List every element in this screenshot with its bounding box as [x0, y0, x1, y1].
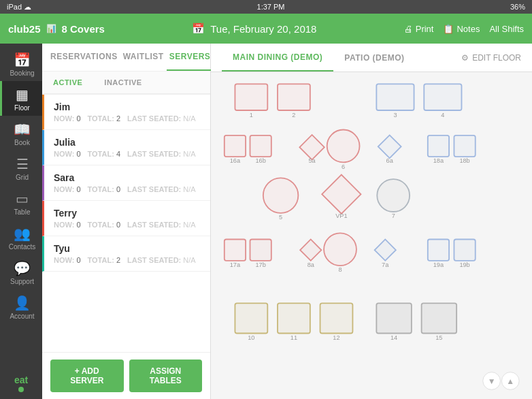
- svg-text:VP1: VP1: [335, 212, 347, 219]
- table-16b[interactable]: 16b: [250, 135, 271, 164]
- sidebar-label-account: Account: [10, 313, 34, 320]
- svg-text:3: 3: [393, 112, 397, 118]
- table-8a[interactable]: 8a: [300, 240, 321, 268]
- booking-icon: 📅: [14, 52, 31, 68]
- table-2[interactable]: 2: [278, 84, 310, 118]
- table-11[interactable]: 11: [278, 303, 310, 340]
- table-17a[interactable]: 17a: [225, 240, 246, 268]
- server-buttons: + ADD SERVER ASSIGN TABLES: [42, 352, 210, 399]
- tab-patio[interactable]: PATIO (DEMO): [333, 45, 415, 71]
- table-18a[interactable]: 18a: [428, 135, 449, 164]
- book-icon: 📖: [14, 121, 31, 138]
- header: club25 📊 8 Covers 📅 Tue, February 20, 20…: [0, 14, 532, 44]
- tab-servers[interactable]: SERVERS: [167, 44, 214, 71]
- svg-rect-6: [424, 84, 461, 110]
- print-icon: 🖨: [404, 24, 413, 34]
- total-label: TOTAL: 0: [88, 221, 121, 229]
- sidebar-item-account[interactable]: 👤 Account: [0, 289, 42, 324]
- support-icon: 💬: [14, 260, 31, 276]
- shifts-button[interactable]: All Shifts: [489, 24, 524, 34]
- svg-rect-32: [300, 240, 321, 261]
- table-1[interactable]: 1: [235, 84, 267, 118]
- svg-text:5: 5: [279, 214, 282, 221]
- sidebar-item-table[interactable]: ▭ Table: [0, 185, 42, 220]
- server-item-terry[interactable]: Terry NOW: 0 TOTAL: 0 LAST SEATED: N/A: [42, 201, 210, 236]
- tab-waitlist[interactable]: WAITLIST: [120, 44, 167, 71]
- table-8[interactable]: 8: [324, 233, 356, 273]
- table-16a[interactable]: 16a: [225, 135, 246, 164]
- table-18b[interactable]: 18b: [454, 135, 475, 164]
- server-name-jim: Jim: [54, 101, 201, 112]
- svg-text:18b: 18b: [459, 157, 469, 164]
- status-bar: iPad ☁ 1:37 PM 36%: [0, 0, 532, 14]
- server-item-julia[interactable]: Julia NOW: 0 TOTAL: 4 LAST SEATED: N/A: [42, 130, 210, 165]
- battery-level: 36%: [510, 3, 525, 11]
- now-label: NOW: 0: [54, 221, 81, 229]
- table-3[interactable]: 3: [376, 84, 414, 118]
- notes-button[interactable]: 📋 Notes: [443, 24, 480, 34]
- sidebar-item-contacts[interactable]: 👥 Contacts: [0, 220, 42, 255]
- sidebar-label-grid: Grid: [16, 174, 29, 181]
- table-5a[interactable]: 5a: [299, 135, 324, 164]
- svg-text:12: 12: [333, 334, 339, 341]
- now-label: NOW: 0: [54, 256, 81, 264]
- sidebar-item-booking[interactable]: 📅 Booking: [0, 46, 42, 81]
- server-item-sara[interactable]: Sara NOW: 0 TOTAL: 0 LAST SEATED: N/A: [42, 165, 210, 201]
- gear-icon: ⚙: [461, 53, 469, 63]
- now-label: NOW: 0: [54, 150, 81, 158]
- sidebar-item-support[interactable]: 💬 Support: [0, 255, 42, 289]
- sidebar-item-floor[interactable]: ▦ Floor: [0, 81, 42, 116]
- tab-inactive[interactable]: INACTIVE: [93, 71, 152, 93]
- tab-reservations[interactable]: RESERVATIONS: [48, 44, 120, 71]
- server-item-jim[interactable]: Jim NOW: 0 TOTAL: 2 LAST SEATED: N/A: [42, 95, 210, 130]
- table-12[interactable]: 12: [320, 303, 353, 340]
- table-6[interactable]: 6: [327, 130, 360, 170]
- print-button[interactable]: 🖨 Print: [404, 24, 434, 34]
- notes-icon: 📋: [443, 24, 454, 34]
- table-19a[interactable]: 19a: [428, 240, 449, 268]
- table-15[interactable]: 15: [422, 303, 457, 340]
- tab-active[interactable]: ACTIVE: [42, 71, 93, 93]
- svg-rect-18: [428, 135, 449, 157]
- sidebar-label-book: Book: [14, 139, 30, 146]
- svg-text:8: 8: [338, 266, 342, 273]
- floor-icon: ▦: [16, 86, 29, 103]
- svg-rect-40: [454, 240, 475, 261]
- table-7[interactable]: 7: [377, 179, 410, 219]
- edit-floor-button[interactable]: ⚙ EDIT FLOOR: [461, 53, 521, 63]
- sidebar-item-book[interactable]: 📖 Book: [0, 116, 42, 150]
- total-label: TOTAL: 2: [88, 256, 121, 264]
- scroll-up-button[interactable]: ▲: [501, 372, 519, 390]
- table-vp1[interactable]: VP1: [322, 175, 361, 220]
- sidebar-label-floor: Floor: [14, 104, 30, 112]
- table-6a[interactable]: 6a: [378, 135, 401, 164]
- table-5[interactable]: 5: [263, 178, 299, 221]
- svg-text:18a: 18a: [433, 157, 444, 164]
- svg-rect-12: [299, 135, 324, 159]
- scroll-down-button[interactable]: ▼: [483, 372, 501, 390]
- covers-icon: 📊: [46, 24, 56, 33]
- svg-rect-4: [376, 84, 414, 110]
- table-7a[interactable]: 7a: [375, 240, 396, 268]
- sidebar-item-grid[interactable]: ☰ Grid: [0, 150, 42, 185]
- table-19b[interactable]: 19b: [454, 240, 475, 268]
- add-server-button[interactable]: + ADD SERVER: [50, 360, 124, 392]
- covers-count: 8 Covers: [62, 23, 105, 35]
- svg-rect-36: [375, 240, 396, 261]
- server-stats-jim: NOW: 0 TOTAL: 2 LAST SEATED: N/A: [54, 114, 201, 123]
- tab-main-dining[interactable]: MAIN DINING (DEMO): [222, 44, 333, 71]
- sidebar-label-contacts: Contacts: [9, 243, 35, 251]
- svg-text:19b: 19b: [459, 261, 469, 268]
- svg-rect-28: [225, 240, 246, 261]
- table-17b[interactable]: 17b: [250, 240, 271, 268]
- sidebar-label-support: Support: [10, 278, 34, 285]
- server-item-tyu[interactable]: Tyu NOW: 0 TOTAL: 2 LAST SEATED: N/A: [42, 236, 210, 272]
- svg-rect-46: [320, 303, 353, 333]
- table-4[interactable]: 4: [424, 84, 461, 118]
- table-10[interactable]: 10: [235, 303, 267, 340]
- assign-tables-button[interactable]: ASSIGN TABLES: [129, 360, 203, 392]
- floor-tabs: MAIN DINING (DEMO) PATIO (DEMO) ⚙ EDIT F…: [211, 44, 532, 72]
- now-label: NOW: 0: [54, 114, 81, 123]
- table-14[interactable]: 14: [376, 303, 412, 340]
- svg-text:1: 1: [250, 112, 253, 118]
